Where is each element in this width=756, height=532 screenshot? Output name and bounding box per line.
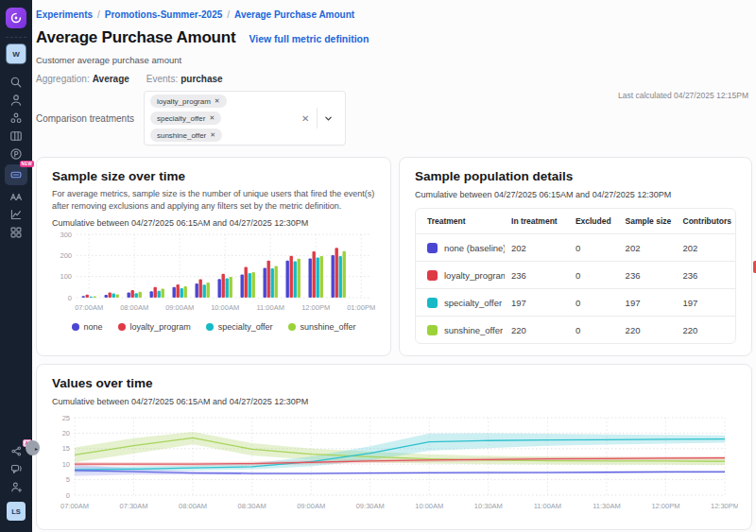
chip-label: loyalty_program xyxy=(157,97,211,106)
table-cell: 236 xyxy=(626,262,683,289)
card-period: Cumulative between 04/27/2025 06:15AM an… xyxy=(415,190,736,199)
treatment-color-swatch xyxy=(427,270,438,281)
svg-text:25: 25 xyxy=(62,414,70,422)
chip-label: specialty_offer xyxy=(157,114,205,123)
feature-gates-icon[interactable] xyxy=(5,127,27,145)
svg-text:09:00AM: 09:00AM xyxy=(297,502,325,510)
invite-user-icon[interactable] xyxy=(5,478,27,496)
card-period: Cumulative between 04/27/2025 06:15AM an… xyxy=(52,397,736,406)
treatments-multiselect[interactable]: loyalty_program✕specialty_offer✕sunshine… xyxy=(144,91,346,146)
sidebar-collapse-handle[interactable]: ▸ xyxy=(26,440,40,455)
events-value: purchase xyxy=(180,74,222,84)
table-cell: 236 xyxy=(511,262,576,289)
chip-remove-icon[interactable]: ✕ xyxy=(209,114,215,122)
population-card: Sample population details Cumulative bet… xyxy=(399,157,752,356)
main-content: Experiments / Promotions-Summer-2025 / A… xyxy=(32,0,756,532)
svg-text:08:00AM: 08:00AM xyxy=(179,502,207,510)
aggregation-field: Aggregation:Average xyxy=(36,74,129,84)
aggregation-label: Aggregation: xyxy=(36,74,90,84)
users-icon[interactable] xyxy=(5,91,27,109)
support-chat-icon[interactable] xyxy=(5,460,27,478)
legend-dot xyxy=(72,323,79,331)
collapse-arrow-icon: ▸ xyxy=(35,445,38,452)
svg-text:09:00AM: 09:00AM xyxy=(165,303,194,312)
table-cell: 202 xyxy=(511,234,576,262)
column-header: Sample size xyxy=(626,209,683,234)
legend-item[interactable]: sunshine_offer xyxy=(288,322,356,332)
svg-text:11:00AM: 11:00AM xyxy=(256,303,284,312)
insights-icon-selected[interactable]: NEW xyxy=(5,164,27,185)
legend-item[interactable]: none xyxy=(72,322,103,332)
chevron-down-icon[interactable] xyxy=(318,114,339,123)
svg-text:20: 20 xyxy=(62,429,70,438)
breadcrumb-item-experiments[interactable]: Experiments xyxy=(36,9,93,20)
table-cell: 220 xyxy=(511,317,576,344)
card-title: Sample population details xyxy=(415,169,736,183)
treatment-chip[interactable]: sunshine_offer✕ xyxy=(150,129,222,142)
app-logo-icon[interactable] xyxy=(6,8,26,28)
sample-size-card: Sample size over time For average metric… xyxy=(36,157,391,356)
table-cell: 236 xyxy=(683,262,735,289)
svg-text:07:30AM: 07:30AM xyxy=(120,502,148,510)
holdouts-icon[interactable] xyxy=(5,187,27,205)
card-period: Cumulative between 04/27/2025 06:15AM an… xyxy=(52,218,375,228)
treatment-color-swatch xyxy=(427,325,438,335)
ai-assistant-icon[interactable]: AI xyxy=(5,442,27,460)
new-badge: NEW xyxy=(20,161,34,167)
population-table-head-row: TreatmentIn treatmentExcludedSample size… xyxy=(416,209,735,234)
experiments-icon[interactable] xyxy=(5,109,27,127)
table-cell: 202 xyxy=(626,234,683,262)
column-header: In treatment xyxy=(511,209,576,234)
table-row[interactable]: none (baseline)2020202202 xyxy=(416,234,735,262)
treatment-chip[interactable]: specialty_offer✕ xyxy=(150,112,221,125)
workspace-avatar[interactable]: W xyxy=(7,44,26,63)
metric-description: Customer average purchase amount xyxy=(36,55,752,65)
card-title: Values over time xyxy=(52,376,736,390)
svg-text:0: 0 xyxy=(68,294,72,302)
legend-dot xyxy=(206,323,214,331)
chip-remove-icon[interactable]: ✕ xyxy=(210,131,215,139)
table-cell: 0 xyxy=(576,317,626,344)
legend-item[interactable]: specialty_offer xyxy=(206,322,273,332)
dashboards-icon[interactable] xyxy=(5,223,27,241)
table-cell: 220 xyxy=(683,317,735,344)
svg-text:12:30PM: 12:30PM xyxy=(711,502,738,510)
breadcrumb-item-experiment-name[interactable]: Promotions-Summer-2025 xyxy=(105,9,222,20)
events-field: Events:purchase xyxy=(146,74,223,84)
breadcrumb-item-metric[interactable]: Average Purchase Amount xyxy=(234,9,354,20)
view-metric-definition-link[interactable]: View full metric definition xyxy=(249,33,369,44)
svg-text:01:00PM: 01:00PM xyxy=(347,303,375,312)
legend-item[interactable]: loyalty_program xyxy=(118,322,191,332)
svg-text:07:00AM: 07:00AM xyxy=(60,502,89,510)
table-row[interactable]: specialty_offer1970197197 xyxy=(416,289,735,317)
sample-size-legend: noneloyalty_programspecialty_offersunshi… xyxy=(52,322,375,332)
svg-text:08:30AM: 08:30AM xyxy=(238,502,266,510)
svg-text:12:00PM: 12:00PM xyxy=(651,502,679,510)
svg-text:200: 200 xyxy=(60,251,72,260)
svg-text:100: 100 xyxy=(60,272,72,281)
treatment-name: none (baseline) xyxy=(444,243,505,253)
table-row[interactable]: loyalty_program2360236236 xyxy=(416,262,735,289)
clear-all-icon[interactable]: ✕ xyxy=(294,113,317,124)
treatment-name: loyalty_program xyxy=(444,270,505,281)
treatment-name: specialty_offer xyxy=(444,298,502,308)
table-cell: 197 xyxy=(626,289,683,317)
treatment-color-swatch xyxy=(427,298,438,308)
treatment-chip[interactable]: loyalty_program✕ xyxy=(150,94,227,108)
legend-label: sunshine_offer xyxy=(301,322,356,332)
svg-text:10: 10 xyxy=(62,460,70,469)
legend-label: specialty_offer xyxy=(218,322,273,332)
treatment-name: sunshine_offer xyxy=(444,325,503,335)
search-icon[interactable] xyxy=(5,73,27,91)
table-cell: 197 xyxy=(511,289,576,317)
metrics-icon[interactable] xyxy=(5,205,27,223)
user-avatar[interactable]: LS xyxy=(7,502,26,521)
card-title: Sample size over time xyxy=(52,169,375,183)
sidebar-divider xyxy=(6,37,26,38)
svg-text:15: 15 xyxy=(62,444,70,453)
legend-label: none xyxy=(84,322,103,332)
table-cell: 0 xyxy=(576,262,626,289)
table-row[interactable]: sunshine_offer2200220220 xyxy=(416,317,735,344)
svg-text:09:30AM: 09:30AM xyxy=(356,502,385,510)
chip-remove-icon[interactable]: ✕ xyxy=(215,97,220,105)
